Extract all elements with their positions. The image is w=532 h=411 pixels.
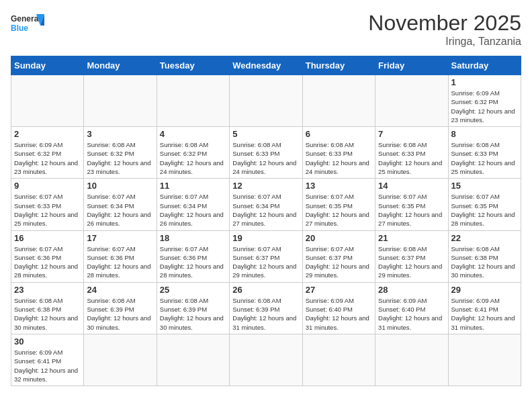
- calendar-cell: 28Sunrise: 6:09 AM Sunset: 6:40 PM Dayli…: [375, 282, 448, 334]
- day-info: Sunrise: 6:08 AM Sunset: 6:33 PM Dayligh…: [451, 140, 518, 176]
- day-info: Sunrise: 6:07 AM Sunset: 6:36 PM Dayligh…: [14, 244, 81, 280]
- calendar-cell: 24Sunrise: 6:08 AM Sunset: 6:39 PM Dayli…: [84, 282, 157, 334]
- day-number: 10: [87, 181, 153, 191]
- svg-text:General: General: [11, 14, 41, 24]
- calendar-cell: [375, 334, 448, 385]
- day-number: 29: [451, 285, 518, 295]
- calendar: SundayMondayTuesdayWednesdayThursdayFrid…: [11, 56, 521, 386]
- calendar-cell: [302, 75, 375, 127]
- calendar-cell: 5Sunrise: 6:08 AM Sunset: 6:33 PM Daylig…: [230, 127, 302, 179]
- calendar-cell: 27Sunrise: 6:09 AM Sunset: 6:40 PM Dayli…: [302, 282, 375, 334]
- day-number: 15: [451, 181, 518, 191]
- day-number: 19: [232, 233, 299, 243]
- day-number: 14: [378, 181, 445, 191]
- day-info: Sunrise: 6:07 AM Sunset: 6:35 PM Dayligh…: [378, 192, 445, 228]
- day-number: 9: [14, 181, 81, 191]
- svg-text:Blue: Blue: [11, 24, 28, 33]
- day-number: 11: [160, 181, 226, 191]
- calendar-cell: [230, 75, 302, 127]
- day-info: Sunrise: 6:07 AM Sunset: 6:35 PM Dayligh…: [306, 192, 372, 228]
- day-number: 16: [14, 233, 81, 243]
- day-number: 25: [160, 285, 226, 295]
- calendar-cell: 16Sunrise: 6:07 AM Sunset: 6:36 PM Dayli…: [11, 230, 84, 282]
- calendar-cell: 25Sunrise: 6:08 AM Sunset: 6:39 PM Dayli…: [157, 282, 229, 334]
- calendar-cell: 14Sunrise: 6:07 AM Sunset: 6:35 PM Dayli…: [375, 179, 448, 230]
- calendar-cell: 21Sunrise: 6:08 AM Sunset: 6:37 PM Dayli…: [375, 230, 448, 282]
- calendar-cell: 1Sunrise: 6:09 AM Sunset: 6:32 PM Daylig…: [448, 75, 521, 127]
- day-of-week-header: Friday: [375, 56, 448, 75]
- day-info: Sunrise: 6:08 AM Sunset: 6:37 PM Dayligh…: [378, 244, 445, 280]
- calendar-cell: 6Sunrise: 6:08 AM Sunset: 6:33 PM Daylig…: [302, 127, 375, 179]
- calendar-cell: 26Sunrise: 6:08 AM Sunset: 6:39 PM Dayli…: [230, 282, 302, 334]
- day-number: 8: [451, 129, 518, 139]
- day-of-week-header: Thursday: [302, 56, 375, 75]
- calendar-cell: 8Sunrise: 6:08 AM Sunset: 6:33 PM Daylig…: [448, 127, 521, 179]
- day-info: Sunrise: 6:08 AM Sunset: 6:39 PM Dayligh…: [160, 296, 226, 332]
- title-area: November 2025 Iringa, Tanzania: [368, 11, 521, 48]
- calendar-cell: 17Sunrise: 6:07 AM Sunset: 6:36 PM Dayli…: [84, 230, 157, 282]
- calendar-cell: 20Sunrise: 6:07 AM Sunset: 6:37 PM Dayli…: [302, 230, 375, 282]
- day-info: Sunrise: 6:07 AM Sunset: 6:34 PM Dayligh…: [87, 192, 153, 228]
- day-info: Sunrise: 6:07 AM Sunset: 6:37 PM Dayligh…: [232, 244, 299, 280]
- day-number: 18: [160, 233, 226, 243]
- calendar-cell: 22Sunrise: 6:08 AM Sunset: 6:38 PM Dayli…: [448, 230, 521, 282]
- day-number: 2: [14, 129, 81, 139]
- day-info: Sunrise: 6:07 AM Sunset: 6:36 PM Dayligh…: [160, 244, 226, 280]
- calendar-cell: 7Sunrise: 6:08 AM Sunset: 6:33 PM Daylig…: [375, 127, 448, 179]
- day-of-week-header: Wednesday: [230, 56, 302, 75]
- day-info: Sunrise: 6:09 AM Sunset: 6:32 PM Dayligh…: [14, 140, 81, 176]
- day-info: Sunrise: 6:08 AM Sunset: 6:32 PM Dayligh…: [160, 140, 226, 176]
- calendar-cell: [302, 334, 375, 385]
- day-info: Sunrise: 6:07 AM Sunset: 6:34 PM Dayligh…: [160, 192, 226, 228]
- day-of-week-header: Saturday: [448, 56, 521, 75]
- calendar-cell: [84, 75, 157, 127]
- logo: General Blue: [11, 11, 44, 38]
- day-number: 1: [451, 77, 518, 87]
- day-number: 5: [232, 129, 299, 139]
- day-info: Sunrise: 6:07 AM Sunset: 6:33 PM Dayligh…: [14, 192, 81, 228]
- calendar-cell: 29Sunrise: 6:09 AM Sunset: 6:41 PM Dayli…: [448, 282, 521, 334]
- day-number: 26: [232, 285, 299, 295]
- calendar-cell: 11Sunrise: 6:07 AM Sunset: 6:34 PM Dayli…: [157, 179, 229, 230]
- calendar-cell: 23Sunrise: 6:08 AM Sunset: 6:38 PM Dayli…: [11, 282, 84, 334]
- day-info: Sunrise: 6:09 AM Sunset: 6:41 PM Dayligh…: [451, 296, 518, 332]
- day-number: 27: [306, 285, 372, 295]
- day-number: 17: [87, 233, 153, 243]
- day-number: 3: [87, 129, 153, 139]
- calendar-cell: [375, 75, 448, 127]
- calendar-cell: [230, 334, 302, 385]
- day-number: 22: [451, 233, 518, 243]
- calendar-cell: 2Sunrise: 6:09 AM Sunset: 6:32 PM Daylig…: [11, 127, 84, 179]
- day-number: 4: [160, 129, 226, 139]
- day-info: Sunrise: 6:07 AM Sunset: 6:34 PM Dayligh…: [232, 192, 299, 228]
- day-info: Sunrise: 6:08 AM Sunset: 6:33 PM Dayligh…: [378, 140, 445, 176]
- calendar-cell: 12Sunrise: 6:07 AM Sunset: 6:34 PM Dayli…: [230, 179, 302, 230]
- day-info: Sunrise: 6:07 AM Sunset: 6:35 PM Dayligh…: [451, 192, 518, 228]
- day-info: Sunrise: 6:08 AM Sunset: 6:38 PM Dayligh…: [14, 296, 81, 332]
- day-number: 21: [378, 233, 445, 243]
- day-number: 6: [306, 129, 372, 139]
- day-number: 12: [232, 181, 299, 191]
- day-of-week-header: Monday: [84, 56, 157, 75]
- calendar-cell: 19Sunrise: 6:07 AM Sunset: 6:37 PM Dayli…: [230, 230, 302, 282]
- calendar-cell: [157, 75, 229, 127]
- day-info: Sunrise: 6:09 AM Sunset: 6:41 PM Dayligh…: [14, 348, 81, 383]
- calendar-cell: 10Sunrise: 6:07 AM Sunset: 6:34 PM Dayli…: [84, 179, 157, 230]
- calendar-cell: [11, 75, 84, 127]
- day-info: Sunrise: 6:08 AM Sunset: 6:32 PM Dayligh…: [87, 140, 153, 176]
- day-of-week-header: Sunday: [11, 56, 84, 75]
- calendar-cell: 15Sunrise: 6:07 AM Sunset: 6:35 PM Dayli…: [448, 179, 521, 230]
- day-of-week-header: Tuesday: [157, 56, 229, 75]
- day-info: Sunrise: 6:07 AM Sunset: 6:37 PM Dayligh…: [306, 244, 372, 280]
- logo: General Blue: [11, 11, 44, 38]
- calendar-cell: [157, 334, 229, 385]
- day-number: 28: [378, 285, 445, 295]
- day-info: Sunrise: 6:09 AM Sunset: 6:40 PM Dayligh…: [306, 296, 372, 332]
- location-title: Iringa, Tanzania: [368, 36, 521, 48]
- day-info: Sunrise: 6:07 AM Sunset: 6:36 PM Dayligh…: [87, 244, 153, 280]
- calendar-cell: [84, 334, 157, 385]
- day-info: Sunrise: 6:08 AM Sunset: 6:39 PM Dayligh…: [232, 296, 299, 332]
- day-number: 13: [306, 181, 372, 191]
- calendar-cell: 30Sunrise: 6:09 AM Sunset: 6:41 PM Dayli…: [11, 334, 84, 385]
- header: General Blue November 2025 Iringa, Tanza…: [11, 11, 521, 48]
